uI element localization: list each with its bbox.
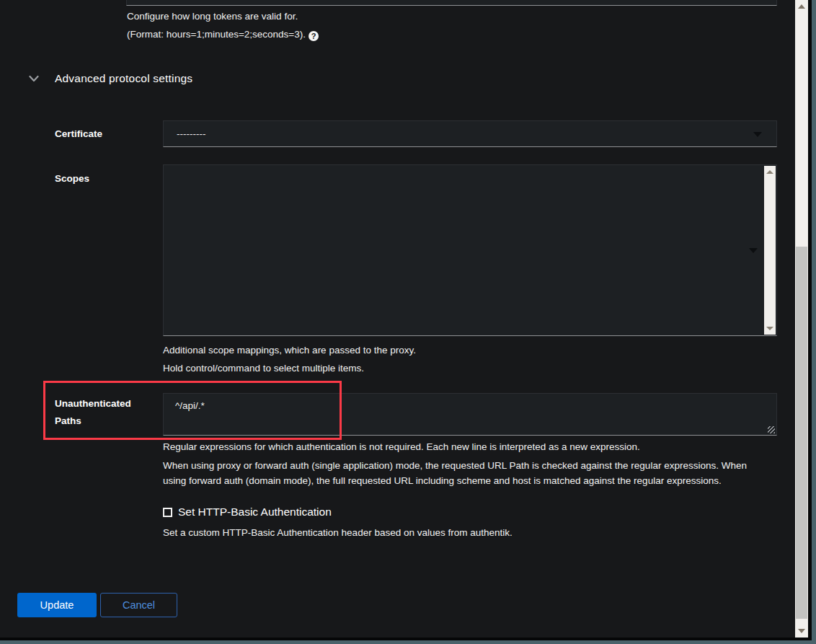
scroll-up-arrow-icon[interactable] [766, 170, 773, 174]
token-validity-help-1: Configure how long tokens are valid for. [127, 9, 298, 24]
question-circle-icon[interactable]: ? [309, 31, 319, 41]
scopes-label: Scopes [55, 170, 160, 188]
chevron-down-icon[interactable] [29, 72, 40, 85]
app-window: Configure how long tokens are valid for.… [0, 0, 812, 640]
token-validity-format-text: (Format: hours=1;minutes=2;seconds=3). [127, 29, 306, 40]
scroll-up-arrow-icon[interactable] [798, 4, 805, 9]
unauthenticated-paths-label: Unauthenticated Paths [55, 395, 160, 430]
unauthenticated-paths-help-2: When using proxy or forward auth (single… [163, 458, 767, 488]
certificate-label: Certificate [55, 125, 160, 143]
scopes-scrollbar[interactable] [764, 166, 776, 335]
unauthenticated-paths-box: ^/api/.* [163, 393, 777, 436]
scopes-help-2: Hold control/command to select multiple … [163, 361, 364, 376]
basic-auth-row: Set HTTP-Basic Authentication [163, 506, 332, 519]
unauthenticated-paths-textarea[interactable]: ^/api/.* [164, 394, 776, 435]
token-validity-input-partial[interactable] [126, 0, 777, 6]
token-validity-help-2: (Format: hours=1;minutes=2;seconds=3).? [127, 27, 319, 42]
select-caret-icon [749, 248, 758, 253]
form-content: Configure how long tokens are valid for.… [0, 0, 795, 638]
select-caret-icon [753, 132, 762, 137]
basic-auth-label[interactable]: Set HTTP-Basic Authentication [178, 506, 332, 519]
update-button[interactable]: Update [17, 593, 97, 617]
scrollbar-thumb[interactable] [796, 247, 807, 619]
advanced-protocol-settings-expander[interactable]: Advanced protocol settings [29, 72, 192, 85]
basic-auth-help: Set a custom HTTP-Basic Authentication h… [163, 526, 513, 540]
certificate-select[interactable]: --------- [164, 121, 776, 146]
cancel-button[interactable]: Cancel [100, 593, 177, 617]
scopes-help-1: Additional scope mappings, which are pas… [163, 343, 416, 358]
expander-label: Advanced protocol settings [55, 72, 192, 85]
scopes-multiselect[interactable] [163, 164, 777, 336]
scroll-down-arrow-icon[interactable] [766, 327, 773, 330]
unauthenticated-paths-help-1: Regular expressions for which authentica… [163, 440, 640, 454]
page-scrollbar[interactable] [795, 0, 808, 638]
scroll-down-arrow-icon[interactable] [798, 629, 805, 633]
certificate-select-box[interactable]: --------- [163, 120, 777, 147]
basic-auth-checkbox[interactable] [163, 508, 172, 517]
